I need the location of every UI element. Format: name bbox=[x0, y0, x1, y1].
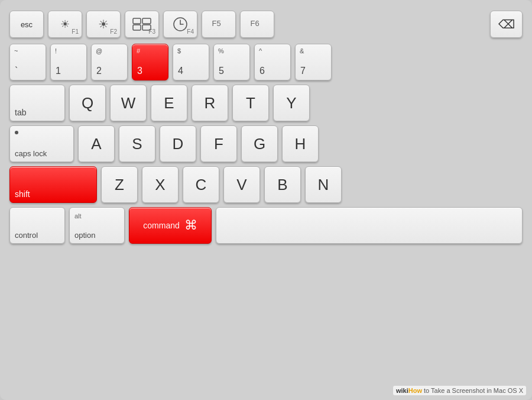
key-r[interactable]: R bbox=[192, 85, 228, 121]
key-space[interactable] bbox=[216, 207, 523, 244]
key-c[interactable]: C bbox=[183, 166, 219, 203]
alt-label: alt bbox=[74, 212, 82, 220]
key-6[interactable]: ^ 6 bbox=[254, 44, 291, 80]
key-f6[interactable]: F6 bbox=[240, 11, 274, 38]
key-f4[interactable]: F4 bbox=[163, 11, 197, 38]
svg-rect-0 bbox=[133, 18, 141, 24]
svg-rect-1 bbox=[142, 18, 151, 24]
key-f3[interactable]: F3 bbox=[125, 11, 159, 38]
key-f1[interactable]: ☀ F1 bbox=[48, 11, 82, 38]
spacebar-area bbox=[216, 207, 523, 244]
brightness-down-icon: ☀ bbox=[60, 18, 70, 31]
key-5[interactable]: % 5 bbox=[213, 44, 250, 80]
key-f[interactable]: F bbox=[200, 125, 237, 162]
brightness-up-icon: ☀ bbox=[98, 17, 109, 31]
key-backspace[interactable]: ⌫ bbox=[490, 11, 523, 38]
key-tab[interactable]: tab bbox=[9, 85, 65, 121]
key-tilde[interactable]: ~ ` bbox=[9, 44, 46, 80]
key-4[interactable]: $ 4 bbox=[173, 44, 209, 80]
key-capslock[interactable]: caps lock bbox=[9, 125, 74, 162]
capslock-led bbox=[15, 131, 18, 134]
key-v[interactable]: V bbox=[223, 166, 260, 203]
key-s[interactable]: S bbox=[119, 125, 155, 162]
key-3[interactable]: # 3 bbox=[132, 44, 168, 80]
key-t[interactable]: T bbox=[232, 85, 269, 121]
key-control[interactable]: control bbox=[9, 207, 65, 244]
zxcv-row: shift Z X C V B N bbox=[9, 166, 523, 203]
asdf-row: caps lock A S D F G H bbox=[9, 125, 523, 162]
key-z[interactable]: Z bbox=[101, 166, 138, 203]
key-7[interactable]: & 7 bbox=[295, 44, 332, 80]
dashboard-icon bbox=[173, 17, 188, 32]
wiki-label: wiki bbox=[396, 387, 408, 394]
backspace-icon: ⌫ bbox=[498, 17, 515, 31]
key-d[interactable]: D bbox=[160, 125, 196, 162]
key-y[interactable]: Y bbox=[273, 85, 310, 121]
key-w[interactable]: W bbox=[110, 85, 147, 121]
key-f2[interactable]: ☀ F2 bbox=[86, 11, 121, 38]
qwerty-row: tab Q W E R T Y bbox=[9, 85, 523, 121]
key-shift-left[interactable]: shift bbox=[9, 166, 97, 203]
command-label: command bbox=[143, 221, 179, 230]
key-e[interactable]: E bbox=[151, 85, 187, 121]
number-row: ~ ` ! 1 @ 2 # 3 $ 4 % 5 ^ 6 & 7 bbox=[9, 44, 523, 80]
key-a[interactable]: A bbox=[78, 125, 115, 162]
keyboard: esc ☀ F1 ☀ F2 F3 F4 bbox=[0, 0, 532, 400]
key-n[interactable]: N bbox=[305, 166, 342, 203]
key-option[interactable]: alt option bbox=[69, 207, 125, 244]
wikihow-badge: wikiHow to Take a Screenshot in Mac OS X bbox=[393, 386, 526, 395]
badge-text: to Take a Screenshot in Mac OS X bbox=[422, 387, 523, 394]
key-f5[interactable]: F5 bbox=[202, 11, 236, 38]
key-h[interactable]: H bbox=[282, 125, 319, 162]
svg-rect-2 bbox=[133, 25, 141, 30]
command-symbol: ⌘ bbox=[184, 218, 197, 233]
fn-row: esc ☀ F1 ☀ F2 F3 F4 bbox=[9, 11, 523, 38]
key-g[interactable]: G bbox=[241, 125, 278, 162]
bottom-row: control alt option command ⌘ bbox=[9, 207, 523, 244]
key-esc[interactable]: esc bbox=[9, 11, 44, 38]
key-q[interactable]: Q bbox=[69, 85, 106, 121]
option-label: option bbox=[74, 231, 95, 240]
key-x[interactable]: X bbox=[142, 166, 179, 203]
key-1[interactable]: ! 1 bbox=[50, 44, 87, 80]
key-command[interactable]: command ⌘ bbox=[129, 207, 212, 244]
how-label: How bbox=[408, 387, 422, 394]
key-b[interactable]: B bbox=[264, 166, 301, 203]
key-2[interactable]: @ 2 bbox=[91, 44, 128, 80]
